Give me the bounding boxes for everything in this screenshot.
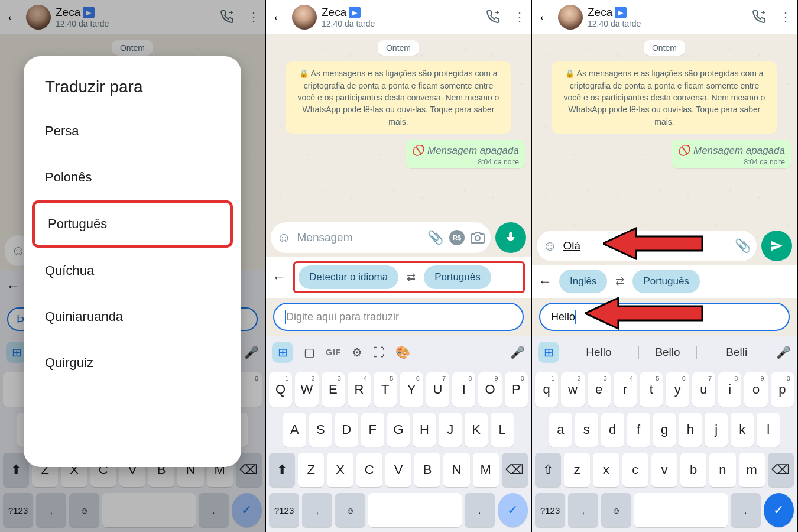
- panel-2: ← Zeca ▶ 12:40 da tarde ⋮ Ontem 🔒 As men…: [266, 0, 532, 532]
- message-time: 8:04 da noite: [677, 158, 785, 166]
- attach-icon[interactable]: 📎: [735, 238, 751, 254]
- language-pills-highlight: Detectar o idioma ⇄ Português: [293, 261, 525, 293]
- svg-marker-7: [603, 228, 702, 259]
- suggestion[interactable]: Hello: [570, 346, 628, 359]
- lock-icon: 🔒: [565, 69, 575, 78]
- encryption-notice[interactable]: 🔒 As mensagens e as ligações são protegi…: [286, 61, 511, 134]
- chat-body: Ontem 🔒 As mensagens e as ligações são p…: [532, 34, 797, 227]
- chat-body: Ontem 🔒 As mensagens e as ligações são p…: [266, 34, 531, 219]
- palette-icon[interactable]: 🎨: [395, 345, 410, 359]
- enter-key[interactable]: ✓: [498, 493, 528, 527]
- suggestion[interactable]: Bello: [638, 346, 698, 359]
- emoji-icon[interactable]: ☺: [277, 229, 291, 246]
- encryption-notice[interactable]: 🔒 As mensagens e as ligações são protegi…: [552, 61, 777, 134]
- keyboard-toolbar: ⊞ ▢ GIF ⚙ ⛶ 🎨 🎤: [266, 336, 531, 369]
- detect-lang-pill[interactable]: Detectar o idioma: [299, 265, 398, 289]
- camera-icon[interactable]: [471, 231, 485, 245]
- more-icon[interactable]: ⋮: [513, 9, 526, 25]
- apps-icon[interactable]: ⊞: [272, 342, 293, 363]
- space-key[interactable]: [634, 493, 727, 527]
- lang-option[interactable]: Quíchua: [24, 248, 241, 294]
- emoji-icon[interactable]: ☺: [543, 238, 557, 254]
- swap-icon[interactable]: ⇄: [615, 275, 624, 288]
- message-input[interactable]: ☺ Mensagem 📎 R$: [271, 222, 491, 253]
- lock-icon: 🔒: [299, 69, 309, 78]
- settings-gear-icon[interactable]: ⚙: [352, 345, 362, 359]
- suggestion[interactable]: Belli: [708, 346, 765, 359]
- last-seen: 12:40 da tarde: [588, 19, 747, 28]
- chat-header: ← Zeca ▶ 12:40 da tarde ⋮: [266, 0, 531, 34]
- apps-icon[interactable]: ⊞: [538, 342, 559, 363]
- lang-option[interactable]: Quirguiz: [24, 340, 241, 386]
- backspace-key[interactable]: ⌫: [768, 453, 794, 487]
- deleted-message[interactable]: 🚫Mensagem apagada 8:04 da noite: [406, 140, 525, 168]
- back-arrow-icon[interactable]: ←: [271, 8, 287, 27]
- contact-name[interactable]: Zeca ▶: [588, 6, 747, 19]
- sym-key[interactable]: ?123: [269, 493, 299, 527]
- translate-bar: ← Inglês ⇄ Português: [532, 265, 797, 298]
- message-input-row: ☺ Mensagem 📎 R$: [266, 219, 531, 257]
- target-lang-pill[interactable]: Português: [632, 270, 700, 293]
- emoji-key[interactable]: ☺: [601, 493, 631, 527]
- chat-header: ← Zeca ▶ 12:40 da tarde ⋮: [532, 0, 797, 34]
- shift-key[interactable]: ⇧: [535, 453, 561, 487]
- deleted-message[interactable]: 🚫Mensagem apagada 8:04 da noite: [672, 140, 791, 168]
- space-key[interactable]: [368, 493, 461, 527]
- back-arrow-icon[interactable]: ←: [537, 8, 553, 27]
- translate-to-modal: Traduzir para Persa Polonês Português Qu…: [24, 56, 241, 467]
- message-input-row: ☺ Olá 📎: [532, 227, 797, 265]
- translate-input[interactable]: Digite aqui para traduzir: [273, 303, 524, 331]
- modal-title: Traduzir para: [24, 73, 241, 108]
- keyboard: q1 w2 e3 r4 t5 y6 u7 i8 o9 p0 a s d f g …: [532, 369, 797, 532]
- attach-icon[interactable]: 📎: [427, 230, 443, 245]
- blocked-icon: 🚫: [677, 144, 690, 157]
- mic-icon[interactable]: 🎤: [776, 345, 791, 359]
- shift-key[interactable]: ⬆: [269, 453, 295, 487]
- voice-button[interactable]: [495, 222, 526, 253]
- avatar[interactable]: [558, 5, 583, 30]
- keyboard: Q1 W2 E3 R4 T5 Y6 U7 I8 O9 P0 A S D F G …: [266, 369, 531, 532]
- date-chip: Ontem: [378, 40, 419, 56]
- message-placeholder: Mensagem: [297, 231, 421, 244]
- target-lang-pill[interactable]: Português: [424, 265, 491, 289]
- more-icon[interactable]: ⋮: [779, 9, 792, 25]
- payment-icon[interactable]: R$: [449, 230, 465, 245]
- sym-key[interactable]: ?123: [535, 493, 565, 527]
- sticker-icon[interactable]: ▢: [304, 345, 315, 359]
- emoji-key[interactable]: ☺: [335, 493, 365, 527]
- last-seen: 12:40 da tarde: [322, 19, 481, 28]
- contact-name[interactable]: Zeca ▶: [322, 6, 481, 19]
- annotation-arrow: [585, 294, 703, 332]
- date-chip: Ontem: [644, 40, 685, 56]
- svg-marker-8: [585, 298, 702, 329]
- add-call-icon[interactable]: [752, 9, 766, 25]
- message-time: 8:04 da noite: [411, 158, 519, 166]
- lang-option[interactable]: Polonês: [24, 154, 241, 200]
- annotation-arrow: [603, 225, 703, 262]
- blocked-icon: 🚫: [411, 144, 424, 157]
- enter-key[interactable]: ✓: [764, 493, 794, 527]
- swap-icon[interactable]: ⇄: [407, 271, 416, 284]
- backspace-key[interactable]: ⌫: [502, 453, 528, 487]
- lang-option[interactable]: Quiniaruanda: [24, 294, 241, 340]
- gif-icon[interactable]: GIF: [326, 348, 341, 357]
- source-lang-pill[interactable]: Inglês: [559, 270, 607, 293]
- lang-option-portuguese[interactable]: Português: [32, 200, 233, 248]
- mic-icon[interactable]: 🎤: [510, 345, 525, 359]
- panel-1: ← Zeca ▶ 12:40 da tarde ⋮ Ontem ☺ ← Þ: [0, 0, 266, 532]
- play-badge-icon: ▶: [615, 7, 627, 18]
- translate-back-icon[interactable]: ←: [272, 269, 286, 286]
- lang-option[interactable]: Persa: [24, 108, 241, 154]
- translate-back-icon[interactable]: ←: [538, 273, 552, 290]
- svg-point-4: [475, 236, 480, 241]
- panel-3: ← Zeca ▶ 12:40 da tarde ⋮ Ontem 🔒 As men…: [532, 0, 798, 532]
- send-button[interactable]: [761, 231, 792, 261]
- play-badge-icon: ▶: [349, 7, 361, 18]
- key[interactable]: Q1: [269, 372, 292, 407]
- avatar[interactable]: [292, 5, 317, 30]
- keyboard-suggestions: ⊞ Hello Bello Belli 🎤: [532, 336, 797, 369]
- translate-bar: ← Detectar o idioma ⇄ Português: [266, 257, 531, 298]
- add-call-icon[interactable]: [486, 9, 500, 25]
- translate-icon[interactable]: ⛶: [373, 346, 385, 359]
